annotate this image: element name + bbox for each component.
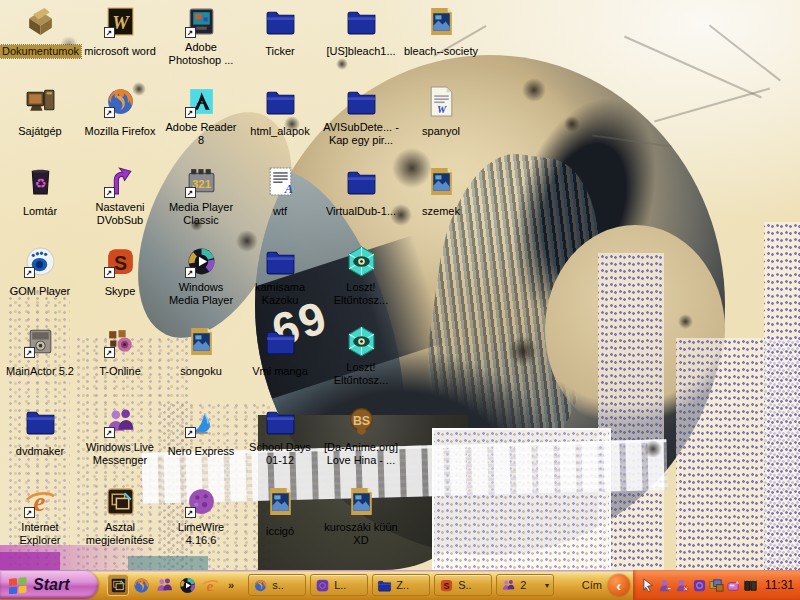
display-cards-tray-icon[interactable] xyxy=(709,578,724,593)
desktop-icon-dvdmaker[interactable]: dvdmaker xyxy=(0,405,80,459)
taskbar-button-messenger-group[interactable]: 2▾ xyxy=(496,574,554,596)
adobe-reader-icon xyxy=(185,85,218,118)
show-desktop-icon xyxy=(104,485,137,518)
desktop-icon-recycle-bin[interactable]: Lomtár xyxy=(0,165,80,219)
desktop-icon-gom-player[interactable]: GOM Player xyxy=(0,245,80,299)
firefox-icon xyxy=(253,578,268,593)
folder-icon xyxy=(264,5,297,38)
desktop-icon-mainactor[interactable]: MainActor 5.2 xyxy=(0,325,80,379)
taskbar-clock[interactable]: 11:31 xyxy=(765,578,794,592)
bs-medal-icon xyxy=(345,405,378,438)
desktop-icon-skype[interactable]: Skype xyxy=(80,245,160,299)
desktop-icon-dvobsub[interactable]: Nastaveni DVobSub xyxy=(80,165,160,228)
address-book-tray-icon[interactable] xyxy=(743,578,758,593)
quick-launch-overflow-chevron[interactable]: » xyxy=(228,579,234,591)
desktop-icon-ticker[interactable]: Ticker xyxy=(240,5,320,59)
start-label: Start xyxy=(33,576,69,594)
taskbar-button-firefox[interactable]: s.. xyxy=(248,574,306,596)
desktop-icon-media-player-classic[interactable]: Media Player Classic xyxy=(161,165,241,228)
skype-icon xyxy=(104,245,137,278)
mainactor-box-icon xyxy=(24,325,57,358)
desktop-icon-szemek[interactable]: szemek xyxy=(401,165,481,219)
tray-expand-button[interactable]: ‹ xyxy=(608,574,630,596)
photoshop-icon xyxy=(185,5,218,38)
gom-footprint-icon xyxy=(24,245,57,278)
desktop-icon-my-computer[interactable]: Sajátgép xyxy=(0,85,80,139)
internet-explorer-icon xyxy=(24,485,57,518)
messenger-contact-tray-icon[interactable] xyxy=(658,578,673,593)
removable-device-tray-icon[interactable] xyxy=(726,578,741,593)
desktop-icon-da-anime-love-hina[interactable]: [Da-Anime.org] Love Hina - ... xyxy=(321,405,401,468)
desktop-icon-school-days[interactable]: School Days 01-12 xyxy=(240,405,320,468)
image-file-icon xyxy=(345,485,378,518)
desktop-icon-html-alapok[interactable]: html_alapok xyxy=(240,85,320,139)
desktop-icon-limewire[interactable]: LimeWire 4.16.6 xyxy=(161,485,241,548)
messenger-people-icon xyxy=(104,405,137,438)
desktop-icon-wtf[interactable]: wtf xyxy=(240,165,320,219)
desktop-icon-windows-media-player[interactable]: Windows Media Player xyxy=(161,245,241,308)
desktop-icon-show-desktop[interactable]: Asztal megjelenítése xyxy=(80,485,160,548)
skype-icon xyxy=(439,578,454,593)
quick-launch-show-desktop[interactable] xyxy=(108,575,128,595)
desktop-icon-adobe-reader[interactable]: Adobe Reader 8 xyxy=(161,85,241,148)
group-dropdown-arrow[interactable]: ▾ xyxy=(545,581,549,590)
address-toolbar-label[interactable]: Cím xyxy=(582,579,608,591)
quick-launch-bar: » xyxy=(98,575,238,595)
my-computer-icon xyxy=(24,85,57,118)
desktop-icon-t-online[interactable]: T-Online xyxy=(80,325,160,379)
desktop-icon-lost-2[interactable]: Loszt! Eltűntosz... xyxy=(321,325,401,388)
quick-launch-firefox[interactable] xyxy=(131,575,151,595)
folder-icon xyxy=(345,165,378,198)
desktop-icon-nero-express[interactable]: Nero Express xyxy=(161,405,241,459)
taskbar-button-folder[interactable]: Z.. xyxy=(372,574,430,596)
mpc-321-icon xyxy=(185,165,218,198)
desktop-icon-spanyol[interactable]: spanyol xyxy=(401,85,481,139)
taskbar-button-skype[interactable]: S.. xyxy=(434,574,492,596)
folder-icon xyxy=(377,578,392,593)
t-online-speaker-icon xyxy=(104,325,137,358)
word-document-icon xyxy=(425,85,458,118)
taskbar: Start » s.. L.. Z.. S.. 2▾ Cím ‹ xyxy=(0,570,800,600)
folder-icon xyxy=(264,85,297,118)
windows-logo-icon xyxy=(8,576,28,594)
messenger-group-icon xyxy=(501,578,516,593)
pointer-tray-icon[interactable] xyxy=(641,578,656,593)
desktop-icon-microsoft-word[interactable]: microsoft word xyxy=(80,5,160,59)
desktop-icon-lost-1[interactable]: Loszt! Eltűntosz... xyxy=(321,245,401,308)
limewire-square-icon xyxy=(315,578,330,593)
folder-icon xyxy=(264,245,297,278)
quick-launch-media-player[interactable] xyxy=(177,575,197,595)
start-button[interactable]: Start xyxy=(0,571,98,599)
image-file-icon xyxy=(425,5,458,38)
word-black-icon xyxy=(104,5,137,38)
folder-icon xyxy=(264,405,297,438)
nero-flame-icon xyxy=(185,405,218,438)
taskbar-button-limewire[interactable]: L.. xyxy=(310,574,368,596)
desktop-icon-windows-live-messenger[interactable]: Windows Live Messenger xyxy=(80,405,160,468)
desktop-icon-kurosaki[interactable]: kuroszáki küün XD xyxy=(321,485,401,548)
desktop-icon-avisub[interactable]: AVISubDete... - Kap egy pir... xyxy=(321,85,401,148)
taskbar-buttons: s.. L.. Z.. S.. 2▾ xyxy=(248,574,554,596)
desktop-icon-bleach-society[interactable]: bleach--society xyxy=(401,5,481,59)
lost-eye-hexagon-icon xyxy=(345,325,378,358)
image-file-icon xyxy=(185,325,218,358)
desktop-icon-songoku[interactable]: songoku xyxy=(161,325,241,379)
desktop-icon-us-bleach[interactable]: [US]bleach1... xyxy=(321,5,401,59)
desktop-icon-kamisama-kazoku[interactable]: kamisama Kazoku xyxy=(240,245,320,308)
desktop-icon-mozilla-firefox[interactable]: Mozilla Firefox xyxy=(80,85,160,139)
documents-box-icon xyxy=(24,5,57,38)
limewire-tray-icon[interactable] xyxy=(692,578,707,593)
desktop-icon-virtualdub[interactable]: VirtualDub-1... xyxy=(321,165,401,219)
desktop-icon-iccigo[interactable]: iccigó xyxy=(240,485,320,539)
folder-icon xyxy=(264,325,297,358)
wallpaper-buildings-right xyxy=(764,222,800,570)
quick-launch-messenger[interactable] xyxy=(154,575,174,595)
desktop-icon-internet-explorer[interactable]: Internet Explorer xyxy=(0,485,80,548)
contact-offline-tray-icon[interactable] xyxy=(675,578,690,593)
desktop-icon-my-documents[interactable]: Dokumentumok xyxy=(0,5,80,59)
desktop-icon-vmi-manga[interactable]: Vmi manga xyxy=(240,325,320,379)
recycle-bin-icon xyxy=(24,165,57,198)
desktop-icon-adobe-photoshop[interactable]: Adobe Photoshop ... xyxy=(161,5,241,68)
text-document-icon xyxy=(264,165,297,198)
quick-launch-internet-explorer[interactable] xyxy=(200,575,220,595)
